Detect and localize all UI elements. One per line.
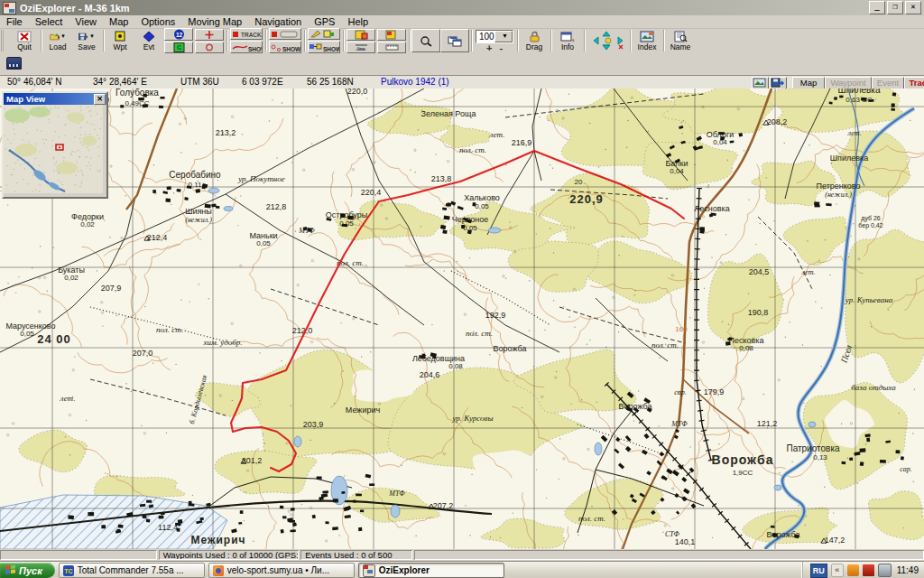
map-dot <box>589 123 590 124</box>
overview-texture <box>80 127 81 128</box>
overview-texture <box>85 134 86 135</box>
add-point-button[interactable] <box>195 29 224 41</box>
index-button[interactable]: Index <box>633 29 661 52</box>
remove-point-button[interactable] <box>195 42 224 53</box>
status-bar: Waypoints Used : 0 of 10000 (GPS:250)Eve… <box>0 549 924 561</box>
pond <box>488 228 501 233</box>
svg-text:TC: TC <box>64 568 72 574</box>
pan-arrows-control[interactable] <box>587 29 628 52</box>
quit-button[interactable]: Quit <box>10 29 39 52</box>
map-dot <box>259 352 260 353</box>
map-label: (нежил.) <box>185 216 212 224</box>
map-label: 213,8 <box>431 174 452 183</box>
start-button[interactable]: Пуск <box>0 563 55 578</box>
map-dot <box>704 288 705 289</box>
overview-map[interactable] <box>4 105 103 193</box>
mini-map-icon[interactable] <box>6 57 22 70</box>
load-button[interactable]: ▼Load <box>43 29 72 52</box>
map-window-button[interactable] <box>346 29 375 41</box>
measure-line-button[interactable]: line <box>346 42 375 53</box>
info-button[interactable]: Info <box>553 29 582 52</box>
name-search-button[interactable]: Name <box>666 29 695 52</box>
map-view-titlebar[interactable]: Map View ✕ <box>4 93 106 105</box>
overview-texture <box>70 154 71 155</box>
event-button[interactable]: Evt <box>134 29 163 52</box>
route-edit-button[interactable] <box>308 28 340 40</box>
zoom-select[interactable]: 100▼ <box>476 30 513 43</box>
map-dot <box>711 257 712 258</box>
map-dot <box>281 360 282 361</box>
minimize-button[interactable]: _ <box>869 1 885 14</box>
mode-map-button[interactable]: Map <box>792 77 825 89</box>
overview-texture <box>76 162 77 163</box>
close-button[interactable]: ✕ <box>905 1 921 14</box>
tray-collapse-icon[interactable]: « <box>831 564 844 577</box>
drag-button[interactable]: Drag <box>520 29 549 52</box>
map-dot <box>489 354 490 355</box>
map-view-close-icon[interactable]: ✕ <box>94 94 106 105</box>
building <box>159 106 163 108</box>
point-number-button[interactable]: 12 <box>164 28 193 41</box>
menu-help[interactable]: Help <box>341 16 374 27</box>
ruler-button[interactable] <box>377 42 406 53</box>
map-window2-button[interactable] <box>377 29 406 41</box>
map-label: Ворожба <box>712 452 774 467</box>
map-dot <box>578 535 578 536</box>
track-show-button[interactable]: SHOW <box>230 41 263 53</box>
menu-view[interactable]: View <box>69 16 103 27</box>
waypoint-button[interactable]: Wpt <box>106 29 134 52</box>
task-button-3[interactable]: OziExplorer <box>358 563 504 578</box>
map-label: 203,9 <box>303 420 324 429</box>
map-dot <box>648 131 649 132</box>
task-button-1[interactable]: TCTotal Commander 7.55a ... <box>59 563 205 578</box>
menu-gps[interactable]: GPS <box>308 16 341 27</box>
topo-map[interactable]: Голубовка0,49СС213,2220,0Серобабино0,11у… <box>0 89 924 549</box>
overview-texture <box>54 164 55 165</box>
map-canvas[interactable]: Голубовка0,49СС213,2220,0Серобабино0,11у… <box>0 89 924 549</box>
tray-display-icon[interactable] <box>878 564 892 577</box>
map-dot <box>457 261 457 262</box>
task-button-2[interactable]: velo-sport.sumy.ua • Ли... <box>208 563 355 578</box>
menu-options[interactable]: Options <box>134 16 181 27</box>
taskbar-clock[interactable]: 11:49 <box>895 565 919 575</box>
overview-texture <box>80 142 81 143</box>
overview-position-dot <box>59 147 60 149</box>
restore-button[interactable]: ❐ <box>887 1 903 14</box>
overview-texture <box>11 143 12 144</box>
menu-moving-map[interactable]: Moving Map <box>181 16 248 27</box>
menu-select[interactable]: Select <box>29 16 69 27</box>
mode-track-button[interactable]: Track <box>904 77 924 89</box>
menu-navigation[interactable]: Navigation <box>248 16 308 27</box>
waypoint-style-button[interactable] <box>269 28 301 40</box>
tray-app2-icon[interactable] <box>863 564 874 576</box>
map-dot <box>833 512 834 513</box>
toolbar-drag-handle[interactable] <box>1 30 9 51</box>
windows-cascade-button[interactable] <box>440 29 469 52</box>
overview-texture <box>55 131 56 132</box>
route-show-button[interactable]: SHOW <box>308 41 340 53</box>
points-show-button[interactable]: SHOW <box>269 41 301 53</box>
track-control-button[interactable]: TRACK <box>230 28 263 40</box>
overview-texture <box>51 108 51 109</box>
building <box>101 525 106 528</box>
building <box>360 509 364 512</box>
language-indicator[interactable]: RU <box>810 564 827 578</box>
save-button[interactable]: ▼Save <box>72 29 101 52</box>
overview-texture <box>87 122 88 123</box>
zoom-dropdown-icon[interactable]: ▼ <box>494 31 513 42</box>
comment-button[interactable]: C <box>164 42 193 53</box>
magnify-button[interactable] <box>411 29 440 52</box>
overview-texture <box>5 149 6 150</box>
zoom-out-button[interactable]: - <box>499 44 503 52</box>
zoom-in-button[interactable]: + <box>486 44 492 52</box>
map-view-window[interactable]: Map View ✕ <box>2 91 108 199</box>
map-dot <box>802 344 803 345</box>
menu-file[interactable]: File <box>0 16 29 27</box>
building <box>238 522 242 525</box>
map-dot <box>553 300 554 301</box>
map-dot <box>765 177 766 178</box>
menu-map[interactable]: Map <box>103 16 134 27</box>
map-label: МТФ <box>388 489 405 498</box>
map-dot <box>342 370 343 371</box>
tray-app1-icon[interactable] <box>847 564 859 576</box>
